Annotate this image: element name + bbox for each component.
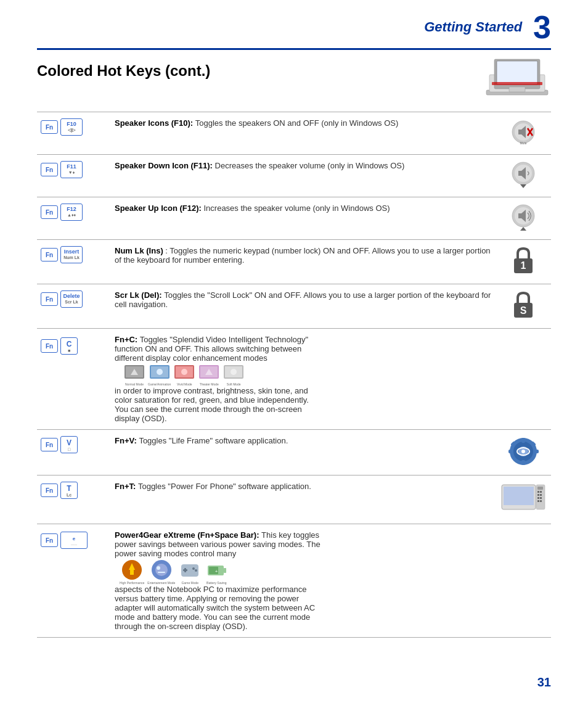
- svg-point-69: [155, 564, 168, 576]
- key-group-f10: Fn F10 ◁|▷: [41, 118, 107, 136]
- key-group-f11: Fn F11 ▼♦: [41, 161, 107, 178]
- key-group-fnc: Fn C ■: [41, 337, 107, 355]
- desc-title: Scr Lk (Del):: [115, 290, 164, 300]
- icon-cell-f10: Mute: [496, 112, 551, 155]
- svg-text:+: +: [215, 569, 218, 574]
- icon-cell-del: S: [496, 284, 551, 329]
- header-title: Getting Started: [424, 19, 522, 35]
- key-group-del: Fn Delete Scr Lk: [41, 290, 107, 308]
- f12-key: F12 ▲♦♦: [60, 204, 83, 221]
- desc-title: Fn+V:: [115, 436, 139, 445]
- svg-rect-74: [183, 569, 187, 571]
- desc-title: Power4Gear eXtreme (Fn+Space Bar):: [115, 530, 261, 540]
- page-container: Getting Started 3 Colored Hot Keys (cont…: [0, 0, 588, 708]
- table-row: Fn V □ Fn+V: Toggles "Life Frame" softwa…: [37, 430, 551, 475]
- svg-rect-4: [492, 82, 542, 85]
- laptop-illustration: [483, 56, 551, 105]
- fn-key: Fn: [41, 533, 58, 547]
- desc-text-2: in order to improve contrast, brightness…: [115, 386, 309, 423]
- key-cell-fnt: Fn T Lc: [37, 475, 111, 524]
- t-key: T Lc: [60, 482, 78, 499]
- svg-point-32: [157, 369, 163, 375]
- numlock-icon: 1: [512, 246, 535, 276]
- desc-cell-del: Scr Lk (Del): Toggles the "Scroll Lock" …: [111, 284, 496, 329]
- svg-rect-5: [509, 87, 525, 92]
- fn-key: Fn: [41, 205, 58, 219]
- del-key: Delete Scr Lk: [60, 290, 83, 308]
- icon-cell-fnv: [496, 430, 551, 475]
- desc-text: Toggles the speakers ON and OFF (only in…: [195, 118, 398, 128]
- svg-point-75: [192, 567, 195, 570]
- svg-rect-60: [540, 494, 542, 496]
- svg-rect-46: [508, 450, 513, 453]
- svg-rect-67: [130, 570, 134, 575]
- svg-rect-61: [537, 497, 539, 499]
- desc-title: Num Lk (Ins): [115, 246, 163, 255]
- svg-rect-45: [521, 460, 525, 465]
- desc-cell-fnt: Fn+T: Toggles "Power For Phone" software…: [111, 475, 496, 524]
- key-cell-f11: Fn F11 ▼♦: [37, 155, 111, 197]
- power4gear-icon-high: High Performance: [120, 559, 144, 585]
- key-cell-ins: Fn Insert Num Lk: [37, 240, 111, 284]
- table-row: Fn e ___ Power4Gear eXtreme (Fn+Space Ba…: [37, 524, 551, 638]
- svg-rect-64: [540, 500, 542, 502]
- page-header: Getting Started 3: [37, 0, 551, 50]
- page-number: 31: [537, 675, 551, 689]
- svg-rect-3: [497, 61, 537, 84]
- desc-text: Toggles "Power For Phone" software appli…: [138, 482, 311, 491]
- svg-text:1: 1: [521, 260, 526, 271]
- table-row: Fn C ■ Fn+C: Toggles "Splendid Video Int…: [37, 329, 551, 430]
- fn-key: Fn: [41, 163, 58, 176]
- desc-cell-f12: Speaker Up Icon (F12): Increases the spe…: [111, 197, 496, 240]
- power4gear-icon-entertainment: Entertainment Mode: [147, 559, 175, 585]
- splendid-icon-vivid: Vivid Mode: [173, 364, 195, 386]
- fn-key: Fn: [41, 292, 58, 306]
- power4gear-icon-battery: + Battery Saving: [205, 559, 228, 585]
- speaker-mute-icon: Mute: [508, 118, 539, 146]
- svg-rect-78: [224, 568, 226, 573]
- desc-title: Speaker Up Icon (F12):: [115, 204, 203, 213]
- svg-rect-54: [504, 487, 534, 505]
- table-row: Fn Delete Scr Lk Scr Lk (Del): Toggles t…: [37, 284, 551, 329]
- icon-cell-f12: [496, 197, 551, 240]
- c-key: C ■: [60, 337, 78, 355]
- powerphone-icon: [500, 482, 547, 516]
- ins-key: Insert Num Lk: [60, 246, 83, 263]
- svg-rect-71: [158, 572, 165, 573]
- page-title-row: Colored Hot Keys (cont.): [37, 56, 551, 105]
- fn-key: Fn: [41, 120, 58, 134]
- desc-cell-fnv: Fn+V: Toggles "Life Frame" software appl…: [111, 430, 496, 475]
- table-row: Fn F10 ◁|▷ Speaker Icons (F10): Toggles …: [37, 112, 551, 155]
- svg-rect-8: [518, 130, 521, 134]
- fn-key: Fn: [41, 339, 58, 353]
- table-row: Fn F11 ▼♦ Speaker Down Icon (F11): Decre…: [37, 155, 551, 197]
- desc-title: Speaker Icons (F10):: [115, 118, 195, 128]
- svg-rect-44: [521, 438, 525, 443]
- desc-title: Fn+C:: [115, 335, 140, 344]
- fn-key: Fn: [41, 438, 58, 451]
- svg-rect-58: [540, 491, 542, 493]
- desc-text: Toggles "Life Frame" software applicatio…: [139, 436, 288, 445]
- desc-cell-f10: Speaker Icons (F10): Toggles the speaker…: [111, 112, 496, 155]
- svg-point-76: [195, 569, 197, 572]
- lifeframe-icon: [507, 436, 541, 467]
- v-key: V □: [60, 436, 78, 453]
- fn-key: Fn: [41, 484, 58, 497]
- svg-rect-15: [518, 171, 521, 176]
- power4gear-icon-game: Game Mode: [178, 559, 202, 585]
- desc-text: Toggles "Splendid Video Intelligent Tech…: [115, 335, 308, 363]
- key-group-fnv: Fn V □: [41, 436, 107, 453]
- chapter-number: 3: [533, 11, 551, 43]
- key-cell-fnv: Fn V □: [37, 430, 111, 475]
- key-cell-f12: Fn F12 ▲♦♦: [37, 197, 111, 240]
- desc-cell-power4gear: Power4Gear eXtreme (Fn+Space Bar): This …: [111, 524, 551, 638]
- svg-point-41: [231, 369, 237, 375]
- icon-cell-ins: 1: [496, 240, 551, 284]
- table-row: Fn T Lc Fn+T: Toggles "Power For Phone" …: [37, 475, 551, 524]
- splendid-icon-normal: Normal Mode: [123, 364, 145, 386]
- desc-cell-fnc: Fn+C: Toggles "Splendid Video Intelligen…: [111, 329, 551, 430]
- key-group-ins: Fn Insert Num Lk: [41, 246, 107, 263]
- desc-cell-f11: Speaker Down Icon (F11): Decreases the s…: [111, 155, 496, 197]
- key-cell-fnc: Fn C ■: [37, 329, 111, 430]
- svg-point-52: [521, 450, 525, 453]
